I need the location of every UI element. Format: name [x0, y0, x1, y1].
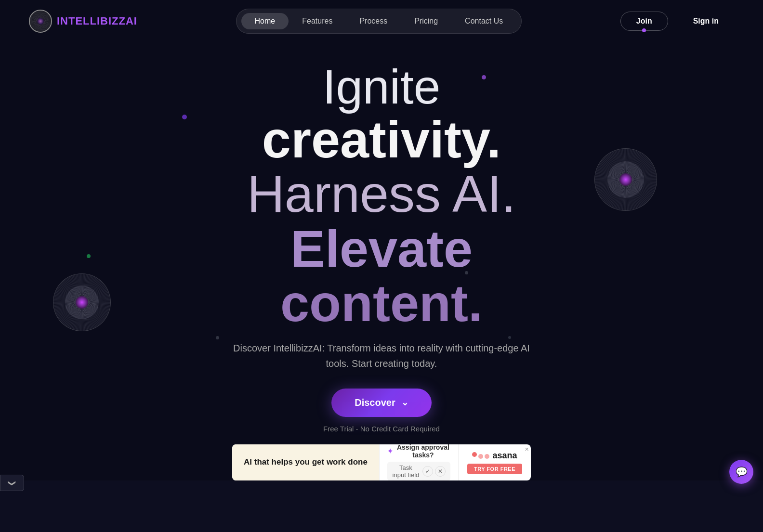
ad-right: asana TRY FOR FREE — [459, 446, 531, 479]
join-button[interactable]: Join — [620, 12, 668, 31]
ad-check-button[interactable]: ✓ — [422, 466, 433, 477]
sparkle-icon: ✦ — [387, 447, 393, 455]
ad-close-button[interactable]: ✕ — [525, 446, 529, 453]
ad-bar-text: Task input field — [392, 464, 420, 479]
ad-actions: ✓ ✕ — [422, 466, 446, 477]
asana-dot-right — [485, 454, 489, 459]
ad-close-button[interactable]: ✕ — [435, 466, 446, 477]
ad-middle: ✦ Assign approval tasks? Task input fiel… — [379, 444, 459, 480]
nav-contact[interactable]: Contact Us — [451, 13, 516, 29]
free-trial-text: Free Trial - No Credit Card Required — [323, 425, 440, 433]
navbar: INTELLIBIZZAI Home Features Process Pric… — [0, 0, 763, 42]
asana-logo: asana — [472, 451, 517, 461]
nav-pricing[interactable]: Pricing — [401, 13, 451, 29]
logo-pupil — [37, 18, 44, 25]
nav-links: Home Features Process Pricing Contact Us — [236, 9, 522, 34]
ad-task-title: ✦ Assign approval tasks? — [387, 444, 450, 459]
nav-process[interactable]: Process — [346, 13, 401, 29]
brand-name: INTELLIBIZZAI — [57, 15, 137, 27]
signin-button[interactable]: Sign in — [678, 12, 734, 30]
nav-home[interactable]: Home — [241, 13, 289, 29]
floating-button[interactable]: 💬 — [729, 460, 753, 484]
discover-button[interactable]: Discover ⌄ — [331, 389, 432, 417]
hero-line3: Harness AI. — [247, 167, 516, 221]
ad-middle-bar: Task input field ✓ ✕ — [387, 462, 450, 480]
collapse-bar[interactable]: ❯ — [0, 475, 24, 491]
ad-banner: AI that helps you get work done ✦ Assign… — [232, 444, 531, 480]
chevron-down-icon: ❯ — [8, 480, 17, 486]
nav-actions: Join Sign in — [620, 12, 734, 31]
hero-subtitle: Discover IntellibizzAI: Transform ideas … — [232, 340, 531, 371]
hero-title: Ignite creativity. Harness AI. Elevate c… — [247, 62, 516, 331]
hero-line5: content. — [247, 276, 516, 330]
hero-section: Ignite creativity. Harness AI. Elevate c… — [0, 42, 763, 480]
bottom-section — [0, 480, 763, 532]
nav-features[interactable]: Features — [289, 13, 346, 29]
hero-line2: creativity. — [247, 112, 516, 167]
hero-line4: Elevate — [247, 221, 516, 276]
hero-content: Ignite creativity. Harness AI. Elevate c… — [0, 42, 763, 480]
chevron-down-icon: ⌄ — [401, 397, 408, 408]
hero-line1: Ignite — [247, 62, 516, 112]
asana-dot-left — [478, 454, 483, 459]
asana-dots — [472, 452, 489, 459]
eye-pupil-left — [76, 296, 88, 309]
try-for-free-button[interactable]: TRY FOR FREE — [467, 464, 522, 474]
discover-label: Discover — [355, 397, 395, 408]
chat-icon: 💬 — [736, 466, 748, 478]
asana-dot-top — [472, 452, 477, 457]
eye-pupil-right — [619, 173, 632, 186]
logo-eye-icon — [29, 10, 52, 33]
logo[interactable]: INTELLIBIZZAI — [29, 10, 137, 33]
ad-left-text: AI that helps you get work done — [232, 444, 379, 480]
